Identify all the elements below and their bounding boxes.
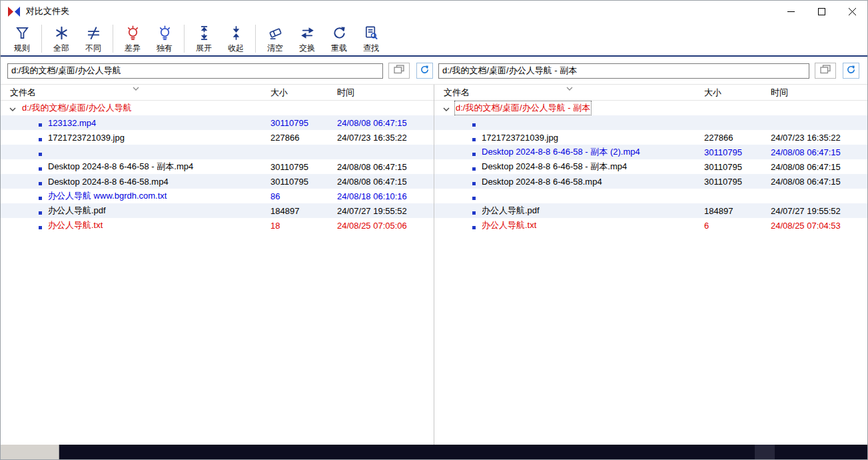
blue-bulb-icon	[157, 25, 173, 43]
file-row[interactable]	[1, 145, 434, 159]
file-name-cell: 办公人导航 www.bgrdh.com.txt	[1, 189, 270, 203]
show-difference-button[interactable]: 差异	[117, 23, 149, 55]
find-button[interactable]: 查找	[355, 23, 387, 55]
tree-expander-icon[interactable]	[443, 103, 450, 113]
file-row[interactable]: Desktop 2024-8-8 6-46-58.mp43011079524/0…	[434, 174, 867, 189]
file-size-cell: 6	[704, 221, 771, 231]
status-segment	[755, 445, 775, 459]
red-bulb-icon	[125, 25, 141, 43]
file-time-cell: 24/08/08 06:47:15	[337, 177, 434, 187]
sort-indicator-icon	[133, 85, 139, 93]
file-time-cell: 24/08/25 07:05:06	[337, 221, 434, 231]
file-size-cell: 30110795	[270, 162, 337, 172]
right-path-input[interactable]	[438, 63, 809, 79]
file-name-label: 办公人导航.txt	[1, 219, 103, 231]
path-bar	[1, 57, 867, 84]
clear-button[interactable]: 清空	[259, 23, 291, 55]
show-all-button[interactable]: 全部	[45, 23, 77, 55]
file-time-cell: 24/07/27 19:55:52	[337, 206, 434, 216]
close-button[interactable]	[837, 1, 867, 22]
column-header-time[interactable]: 时间	[337, 87, 434, 99]
left-path-input[interactable]	[7, 63, 383, 79]
file-row[interactable]: 办公人导航.txt624/08/25 07:04:53	[434, 218, 867, 233]
left-refresh-button[interactable]	[416, 63, 433, 79]
file-time-cell: 24/08/08 06:47:15	[337, 162, 434, 172]
file-name-label: 办公人导航 www.bgrdh.com.txt	[1, 190, 167, 202]
file-bullet-icon	[472, 138, 476, 141]
asterisk-icon	[54, 25, 69, 43]
collapse-all-button[interactable]: 收起	[220, 23, 252, 55]
toolbar-separator	[184, 25, 185, 53]
refresh-icon	[420, 65, 430, 77]
file-size-cell: 184897	[270, 206, 337, 216]
file-name-label: 办公人导航.pdf	[434, 205, 540, 217]
file-name-label: 办公人导航.txt	[434, 219, 536, 231]
file-bullet-icon	[472, 167, 476, 171]
right-refresh-button[interactable]	[843, 63, 859, 79]
file-name-label: Desktop 2024-8-8 6-46-58.mp4	[1, 177, 169, 187]
file-size-cell: 30110795	[704, 162, 771, 172]
file-row[interactable]	[434, 115, 867, 130]
right-column-headers: 文件名 大小 时间	[434, 85, 867, 101]
column-header-size[interactable]: 大小	[704, 87, 771, 99]
column-header-size[interactable]: 大小	[270, 87, 337, 99]
file-name-cell: 办公人导航.pdf	[434, 203, 704, 218]
file-name-cell	[434, 189, 704, 203]
refresh-icon	[846, 65, 856, 77]
column-header-time[interactable]: 时间	[771, 87, 867, 99]
tree-root-row[interactable]: d:/我的文档/桌面/办公人导航 - 副本	[434, 101, 867, 115]
expand-all-button[interactable]: 展开	[188, 23, 220, 55]
reload-button[interactable]: 重载	[323, 23, 355, 55]
right-browse-button[interactable]	[815, 63, 836, 79]
file-size-cell: 30110795	[704, 147, 771, 157]
file-row[interactable]: 办公人导航.txt1824/08/25 07:05:06	[1, 218, 434, 233]
swap-button[interactable]: 交换	[291, 23, 323, 55]
tree-root-row[interactable]: d:/我的文档/桌面/办公人导航	[1, 101, 434, 115]
show-different-button[interactable]: 不同	[77, 23, 109, 55]
file-row[interactable]: 办公人导航 www.bgrdh.com.txt8624/08/18 06:10:…	[1, 189, 434, 203]
file-row[interactable]: Desktop 2024-8-8 6-46-58 - 副本 (2).mp4301…	[434, 145, 867, 159]
tree-expander-icon[interactable]	[9, 103, 16, 113]
left-browse-button[interactable]	[388, 63, 410, 79]
file-bullet-icon	[39, 138, 42, 141]
file-row[interactable]: 办公人导航.pdf18489724/07/27 19:55:52	[434, 203, 867, 218]
minimize-button[interactable]	[775, 1, 806, 22]
file-row[interactable]: 1721723721039.jpg22786624/07/23 16:35:22	[434, 130, 867, 145]
file-size-cell: 227866	[704, 133, 771, 143]
rules-button[interactable]: 规则	[6, 23, 38, 55]
file-name-cell: 1721723721039.jpg	[434, 130, 704, 145]
file-bullet-icon	[472, 182, 476, 185]
file-bullet-icon	[39, 167, 42, 171]
file-row[interactable]: 1721723721039.jpg22786624/07/23 16:35:22	[1, 130, 434, 145]
root-name-cell: d:/我的文档/桌面/办公人导航 - 副本	[434, 101, 704, 115]
file-row[interactable]: Desktop 2024-8-8 6-46-58 - 副本.mp43011079…	[434, 159, 867, 174]
left-file-tree: d:/我的文档/桌面/办公人导航123132.mp43011079524/08/…	[1, 101, 434, 445]
root-path-label: d:/我的文档/桌面/办公人导航 - 副本	[456, 102, 590, 114]
file-name-label: Desktop 2024-8-8 6-46-58 - 副本.mp4	[434, 161, 627, 173]
maximize-button[interactable]	[806, 1, 837, 22]
file-name-cell: Desktop 2024-8-8 6-46-58 - 副本.mp4	[1, 159, 270, 174]
file-name-cell: 办公人导航.txt	[1, 218, 270, 233]
status-left-panel	[1, 445, 59, 459]
file-size-cell: 184897	[704, 206, 771, 216]
file-bullet-icon	[39, 123, 42, 127]
file-row[interactable]: 123132.mp43011079524/08/08 06:47:15	[1, 115, 434, 130]
file-row[interactable]: Desktop 2024-8-8 6-46-58 - 副本.mp43011079…	[1, 159, 434, 174]
file-bullet-icon	[472, 197, 476, 200]
file-size-cell: 30110795	[704, 177, 771, 187]
file-name-cell: 1721723721039.jpg	[1, 130, 270, 145]
reload-icon	[332, 25, 347, 43]
root-name-cell: d:/我的文档/桌面/办公人导航	[1, 101, 270, 115]
file-size-cell: 227866	[270, 133, 337, 143]
file-row[interactable]: Desktop 2024-8-8 6-46-58.mp43011079524/0…	[1, 174, 434, 189]
compare-folders-window: 对比文件夹 规则	[0, 0, 868, 460]
toolbar-separator	[113, 25, 113, 53]
eraser-icon	[268, 25, 283, 43]
file-row[interactable]: 办公人导航.pdf18489724/07/27 19:55:52	[1, 203, 434, 218]
funnel-icon	[15, 25, 30, 43]
show-unique-button[interactable]: 独有	[149, 23, 181, 55]
browse-folder-icon	[394, 65, 404, 77]
left-column-headers: 文件名 大小 时间	[1, 85, 434, 101]
toolbar-separator	[255, 25, 256, 53]
file-row[interactable]	[434, 189, 867, 203]
